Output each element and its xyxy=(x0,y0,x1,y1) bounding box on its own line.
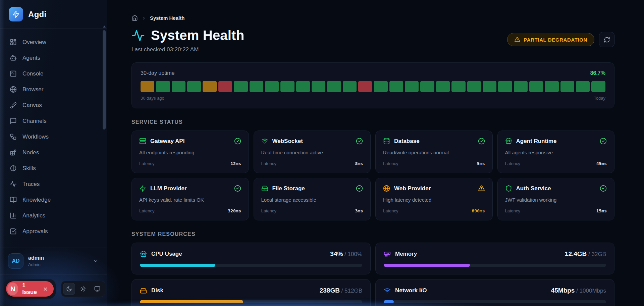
sidebar-item-label: Workflows xyxy=(22,134,49,140)
breadcrumb: System Health xyxy=(131,15,614,21)
sidebar-item-skills[interactable]: Skills xyxy=(4,160,103,176)
uptime-day-block xyxy=(234,81,248,92)
resource-total: 100% xyxy=(348,251,362,257)
wifi-icon xyxy=(261,138,268,145)
theme-sun-button[interactable] xyxy=(77,283,89,295)
progress-track xyxy=(140,264,362,267)
app-logo-icon xyxy=(9,7,23,21)
status-badge: PARTIAL DEGRADATION xyxy=(507,33,594,46)
progress-fill xyxy=(384,300,394,303)
latency-label: Latency xyxy=(383,161,398,166)
sidebar-item-canvas[interactable]: Canvas xyxy=(4,97,103,113)
resource-card: Memory 12.4GB / 32GB xyxy=(375,243,614,274)
resource-total: 32GB xyxy=(592,251,606,257)
check-circle-icon xyxy=(478,138,485,145)
nextjs-logo-icon: N xyxy=(7,283,18,295)
sidebar-item-knowledge[interactable]: Knowledge xyxy=(4,192,103,208)
service-description: Local storage accessible xyxy=(261,197,363,203)
user-menu[interactable]: AD admin Admin xyxy=(0,248,107,274)
sidebar-item-console[interactable]: Console xyxy=(4,66,103,82)
sidebar-item-analytics[interactable]: Analytics xyxy=(4,208,103,223)
service-name: Auth Service xyxy=(516,185,596,192)
server-icon xyxy=(139,138,146,145)
theme-monitor-button[interactable] xyxy=(91,283,103,295)
activity-icon xyxy=(10,181,17,188)
latency-value: 12ms xyxy=(230,161,241,166)
latency-label: Latency xyxy=(383,208,398,213)
issues-button[interactable]: N 1 Issue xyxy=(6,281,54,297)
zap-icon xyxy=(12,10,20,18)
cpu-icon xyxy=(505,138,512,145)
uptime-day-block xyxy=(312,81,325,92)
check-circle-icon xyxy=(234,138,241,145)
progress-fill xyxy=(140,300,243,303)
check-circle-icon xyxy=(600,138,607,145)
chevron-down-icon[interactable] xyxy=(93,258,99,264)
service-grid: Gateway API All endpoints responding Lat… xyxy=(131,131,614,220)
sidebar-item-workflows[interactable]: Workflows xyxy=(4,129,103,145)
uptime-day-block xyxy=(343,81,357,92)
service-description: Read/write operations normal xyxy=(383,150,485,155)
sidebar-item-label: Browser xyxy=(22,86,43,93)
sidebar-item-nodes[interactable]: Nodes xyxy=(4,145,103,160)
check-circle-icon xyxy=(356,138,363,145)
sidebar-item-approvals[interactable]: Approvals xyxy=(4,223,103,239)
bot-icon xyxy=(10,54,17,61)
theme-moon-button[interactable] xyxy=(63,283,75,295)
uptime-day-block xyxy=(545,81,558,92)
uptime-day-block xyxy=(296,81,310,92)
home-icon[interactable] xyxy=(131,15,138,21)
globe-icon xyxy=(10,86,17,93)
grid-icon xyxy=(10,39,17,46)
scrollbar-up-arrow[interactable] xyxy=(103,26,106,28)
uptime-day-block xyxy=(218,81,232,92)
progress-fill xyxy=(384,264,470,267)
resource-total: 1000Mbps xyxy=(580,288,606,294)
service-name: Web Provider xyxy=(394,185,474,192)
uptime-day-block xyxy=(172,81,185,92)
uptime-day-block xyxy=(141,81,154,92)
last-checked: Last checked 03:20:22 AM xyxy=(131,46,244,53)
refresh-button[interactable] xyxy=(599,32,614,47)
service-name: Database xyxy=(394,138,474,145)
status-badge-label: PARTIAL DEGRADATION xyxy=(524,37,587,43)
sidebar-nav: Overview Agents Console Browser Canvas C… xyxy=(0,29,107,248)
service-card: Gateway API All endpoints responding Lat… xyxy=(131,131,249,173)
progress-fill xyxy=(140,264,215,267)
resource-name: CPU Usage xyxy=(151,251,326,257)
service-description: High latency detected xyxy=(383,197,485,203)
shield-icon xyxy=(505,185,512,192)
sidebar-item-label: Console xyxy=(22,70,43,77)
latency-label: Latency xyxy=(261,161,277,166)
check-circle-icon xyxy=(356,185,363,192)
uptime-day-block xyxy=(436,81,450,92)
latency-label: Latency xyxy=(261,208,277,213)
uptime-end-label: Today xyxy=(594,96,605,101)
sidebar-item-traces[interactable]: Traces xyxy=(4,176,103,192)
progress-track xyxy=(384,264,606,267)
sidebar-item-browser[interactable]: Browser xyxy=(4,82,103,97)
breadcrumb-page: System Health xyxy=(150,15,184,21)
resource-name: Memory xyxy=(395,251,560,257)
uptime-day-block xyxy=(250,81,263,92)
sidebar-item-channels[interactable]: Channels xyxy=(4,113,103,129)
close-icon[interactable] xyxy=(43,286,48,292)
uptime-day-block xyxy=(560,81,574,92)
sidebar-item-label: Skills xyxy=(22,165,36,172)
sidebar-item-overview[interactable]: Overview xyxy=(4,34,103,50)
resource-card: CPU Usage 34% / 100% xyxy=(131,243,371,274)
sidebar-item-label: Canvas xyxy=(22,102,42,109)
service-card: File Storage Local storage accessible La… xyxy=(254,178,371,220)
service-name: WebSocket xyxy=(272,138,352,145)
latency-value: 8ms xyxy=(355,161,363,166)
nodes-icon xyxy=(10,149,17,156)
sidebar-item-label: Analytics xyxy=(22,212,45,219)
memory-icon xyxy=(384,251,391,258)
resource-value: 34% xyxy=(330,250,343,257)
app-name: Agdi xyxy=(28,10,47,19)
sidebar-scrollbar[interactable] xyxy=(103,30,106,130)
uptime-day-block xyxy=(591,81,605,92)
sidebar-item-agents[interactable]: Agents xyxy=(4,50,103,66)
refresh-icon xyxy=(604,37,610,43)
harddrive-icon xyxy=(261,185,268,192)
